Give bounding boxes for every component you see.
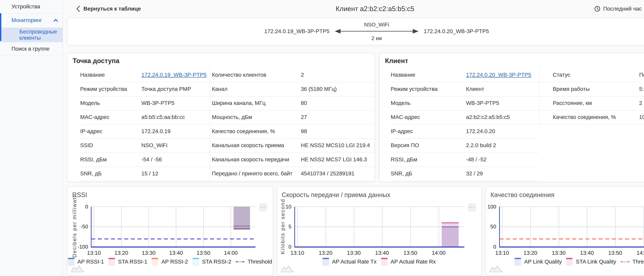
row-label: Модель xyxy=(391,96,466,111)
row-value: 98 xyxy=(301,124,374,139)
row-value xyxy=(639,139,644,153)
device-link[interactable]: 172.24.0.20_WB-3P-PTP5 xyxy=(466,72,531,78)
chart-link-quality: Качество соединения10050013:1013:2013:30… xyxy=(485,186,644,276)
x-axis-tick-label: 13:30 xyxy=(549,250,568,256)
row-label: Количество клиентов xyxy=(210,68,301,82)
legend-area-marker xyxy=(192,258,199,266)
table-row: SSIDNSO_WiFiКанальная скорость приемаHE … xyxy=(67,138,374,152)
row-label: Версия ПО xyxy=(391,138,466,153)
row-label: Расстояние, км xyxy=(539,96,639,111)
row-label: Режим устройства xyxy=(391,82,466,96)
row-label: MAC-адрес xyxy=(80,110,141,125)
legend-label: Threshold xyxy=(632,258,644,265)
x-axis-tick-label: 13:10 xyxy=(492,250,512,256)
row-label: Название xyxy=(391,68,466,82)
row-value: WB-3P-PTP5 xyxy=(142,96,210,111)
page-title: Клиент a2:b2:c2:a5:b5:c5 xyxy=(62,0,644,18)
legend-area-marker xyxy=(381,258,388,266)
x-axis-tick-label: 14:00 xyxy=(634,250,644,256)
sidebar: Устройства Мониторинг Беспроводные клиен… xyxy=(0,0,63,276)
chart-legend: AP RSSI-1STA RSSI-1AP RSSI-2STA RSSI-2Th… xyxy=(67,258,272,266)
table-row: MAC-адресa5:b5:c5:aa:bb:ccМощность, дБм2… xyxy=(67,110,374,124)
chart-menu-button[interactable] xyxy=(468,203,476,211)
clock-icon xyxy=(594,6,600,12)
row-value xyxy=(639,167,644,181)
x-axis-tick-label: 13:20 xyxy=(316,250,335,256)
sidebar-item-label: Поиск в группе xyxy=(12,46,50,52)
row-label xyxy=(539,153,639,167)
row-value: 2.2.0 build 2 xyxy=(466,138,539,153)
time-range-label: Последний час xyxy=(603,6,642,12)
sidebar-item-wireless-clients[interactable]: Беспроводные клиенты xyxy=(0,28,62,42)
device-link[interactable]: 172.24.0.19_WB-3P-PTP5 xyxy=(142,72,206,78)
table-row: SNR, дБ32 / 29 xyxy=(380,166,644,181)
legend-item[interactable]: AP RSSI-2 xyxy=(152,258,188,266)
row-value: 172.24.0.19_WB-3P-PTP5 xyxy=(142,68,210,82)
row-label: Режим устройства xyxy=(80,82,141,96)
legend-label: AP Actual Rate Tx xyxy=(332,258,376,265)
sidebar-item-monitoring[interactable]: Мониторинг xyxy=(0,14,62,28)
row-label: SSID xyxy=(80,138,141,153)
row-label: Качество соединения, % xyxy=(210,124,301,139)
row-value: 15 / 12 xyxy=(142,166,210,181)
x-axis-tick-label: 13:20 xyxy=(112,250,131,256)
row-value: Подключен xyxy=(639,68,644,82)
row-value: 32 / 29 xyxy=(466,166,539,181)
data-zoom-navigator-icon[interactable] xyxy=(71,265,84,272)
row-value: WB-3P-PTP5 xyxy=(466,96,539,111)
legend-item[interactable]: Threshold xyxy=(236,258,272,266)
x-axis-tick-label: 14:00 xyxy=(221,250,240,256)
table-row: МодельWB-3P-PTP5Ширина канала, МГц80 xyxy=(67,96,374,110)
legend-label: AP RSSI-1 xyxy=(78,258,104,265)
legend-area-marker xyxy=(514,258,521,266)
row-label: SNR, дБ xyxy=(391,166,466,181)
header-controls: Последний час 30s xyxy=(594,0,644,18)
panel-title: Клиент xyxy=(385,57,408,64)
legend-label: STA RSSI-2 xyxy=(202,258,231,265)
legend-item[interactable]: Threshold xyxy=(620,258,644,266)
row-label: Мощность, дБм xyxy=(210,110,301,125)
row-label: Статус xyxy=(539,68,639,82)
row-label: RSSI, дБм xyxy=(391,152,466,167)
row-value: 2 xyxy=(301,68,374,82)
data-zoom-navigator-icon[interactable] xyxy=(489,265,502,272)
table-row: RSSI, дБм-48 / -52 xyxy=(380,152,644,166)
page-header: Вернуться к таблице Клиент a2:b2:c2:a5:b… xyxy=(62,0,644,18)
sidebar-active-group-bar xyxy=(0,13,1,41)
topology-link: NSO_WiFi 2 км xyxy=(334,22,419,41)
access-point-table: Название172.24.0.19_WB-3P-PTP5Количество… xyxy=(67,68,374,181)
row-value xyxy=(639,124,644,138)
legend-item[interactable]: STA RSSI-2 xyxy=(192,258,231,266)
legend-item[interactable]: AP Link Quality xyxy=(514,258,562,266)
chart-legend: AP Link QualitySTA Link QualityThreshold xyxy=(486,258,644,266)
y-axis-tick-label: -100 xyxy=(67,244,88,250)
legend-threshold-marker xyxy=(236,258,244,266)
x-axis-tick-label: 13:50 xyxy=(401,250,420,256)
row-value: 100 xyxy=(639,110,644,125)
y-axis-tick-label: 0 xyxy=(486,244,496,250)
chart-menu-button[interactable] xyxy=(259,203,267,211)
sidebar-item-group-search[interactable]: Поиск в группе xyxy=(0,42,62,56)
legend-item[interactable]: AP RSSI-1 xyxy=(68,258,104,266)
time-range-control[interactable]: Последний час xyxy=(594,6,642,12)
legend-item[interactable]: AP Actual Rate Tx xyxy=(322,258,376,266)
sidebar-item-devices[interactable]: Устройства xyxy=(0,0,62,14)
series-area xyxy=(234,206,250,228)
row-value: 5:57:28 xyxy=(639,82,644,96)
row-label xyxy=(539,139,639,153)
legend-item[interactable]: STA RSSI-1 xyxy=(108,258,147,266)
legend-label: STA Link Quality xyxy=(576,258,616,265)
table-row: IP-адрес172.24.0.19Качество соединения, … xyxy=(67,124,374,138)
legend-item[interactable]: AP Actual Rate Rx xyxy=(381,258,436,266)
table-row: Название172.24.0.20_WB-3P-PTP5СтатусПодк… xyxy=(380,68,644,82)
table-row: IP-адрес172.24.0.20 xyxy=(380,124,644,138)
topology-distance: 2 км xyxy=(372,35,382,41)
x-axis-tick-label: 13:40 xyxy=(372,250,392,256)
row-value: HE NSS2 MCS10 LGI 219.4 xyxy=(301,138,374,153)
row-value: Точка доступа PMP xyxy=(142,82,210,96)
legend-item[interactable]: STA Link Quality xyxy=(566,258,616,266)
x-axis-tick-label: 13:50 xyxy=(606,250,625,256)
row-label xyxy=(539,167,639,181)
row-label: Модель xyxy=(80,96,141,111)
data-zoom-navigator-icon[interactable] xyxy=(280,265,294,272)
